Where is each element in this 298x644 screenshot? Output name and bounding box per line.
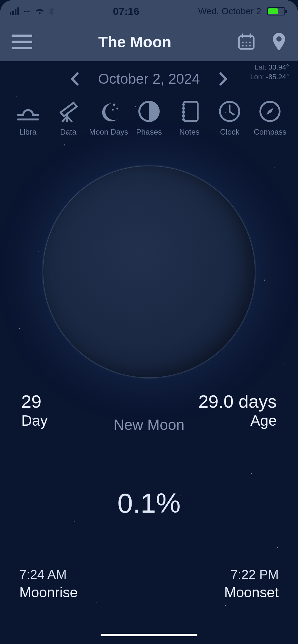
- bluetooth-icon: [49, 7, 54, 15]
- tab-data[interactable]: Data: [48, 100, 88, 137]
- moon-visual-container: [0, 166, 298, 378]
- section-tabs: Libra Data Moon Days Phases Notes Clock: [0, 97, 298, 137]
- svg-point-7: [276, 36, 282, 42]
- phase-icon: [138, 100, 160, 123]
- location-readout: Lat: 33.94° Lon: -85.24°: [250, 62, 289, 81]
- tab-label: Notes: [179, 128, 200, 137]
- moon-illumination: 0.1%: [0, 487, 298, 519]
- svg-point-2: [246, 42, 247, 43]
- menu-icon[interactable]: [12, 34, 32, 49]
- status-date: Wed, October 2: [198, 6, 261, 16]
- tab-moon-days[interactable]: Moon Days: [88, 100, 129, 137]
- moonset-time: 7:22 PM: [224, 567, 279, 582]
- tab-label: Phases: [136, 128, 162, 137]
- next-day-button[interactable]: [219, 72, 228, 86]
- page-title: The Moon: [98, 33, 172, 51]
- svg-point-3: [249, 42, 251, 43]
- svg-point-10: [112, 109, 114, 111]
- tab-label: Libra: [19, 128, 36, 137]
- status-right: Wed, October 2: [198, 6, 285, 16]
- status-time: 07:16: [113, 5, 139, 17]
- tab-libra[interactable]: Libra: [8, 100, 48, 137]
- lon-value: -85.24°: [266, 73, 289, 81]
- prev-day-button[interactable]: [70, 72, 79, 86]
- moon-phase-name: New Moon: [0, 416, 298, 433]
- tab-label: Moon Days: [89, 128, 128, 137]
- tab-compass[interactable]: Compass: [250, 100, 290, 137]
- moonrise-time: 7:24 AM: [19, 567, 78, 582]
- tab-phases[interactable]: Phases: [129, 100, 169, 137]
- moon-disc[interactable]: [43, 166, 255, 378]
- notebook-icon: [179, 100, 200, 123]
- status-bar: -- 07:16 Wed, October 2: [0, 0, 298, 23]
- location-pin-icon[interactable]: [272, 32, 286, 52]
- moonrise-label: Moonrise: [19, 584, 78, 601]
- svg-point-4: [242, 45, 244, 47]
- wifi-icon: [35, 8, 45, 15]
- telescope-icon: [57, 100, 80, 123]
- status-left: --: [10, 6, 54, 16]
- tab-label: Compass: [254, 128, 286, 137]
- moon-stars-icon: [97, 100, 121, 123]
- lat-label: Lat:: [254, 63, 266, 71]
- svg-point-6: [249, 45, 251, 47]
- home-indicator[interactable]: [101, 634, 197, 636]
- tab-notes[interactable]: Notes: [169, 100, 210, 137]
- svg-point-9: [116, 108, 118, 109]
- moon-age-value: 29.0 days: [198, 391, 277, 412]
- tab-label: Clock: [220, 128, 239, 137]
- moonset-label: Moonset: [224, 584, 279, 601]
- tab-label: Data: [60, 128, 76, 137]
- lat-value: 33.94°: [268, 63, 289, 71]
- svg-point-1: [242, 42, 244, 43]
- cellular-signal-icon: [10, 7, 19, 15]
- svg-point-5: [246, 45, 247, 47]
- battery-icon: [267, 7, 285, 15]
- moon-stats-row: 29 Day 29.0 days Age New Moon: [0, 378, 298, 429]
- svg-point-8: [113, 104, 115, 106]
- lon-label: Lon:: [250, 73, 264, 81]
- svg-rect-12: [184, 102, 198, 121]
- clock-icon: [218, 100, 241, 123]
- rise-set-row: 7:24 AM Moonrise 7:22 PM Moonset: [0, 519, 298, 601]
- moon-day-number: 29: [21, 391, 48, 412]
- calendar-icon[interactable]: [237, 33, 255, 51]
- current-date[interactable]: October 2, 2024: [98, 71, 200, 87]
- date-navigator: October 2, 2024 Lat: 33.94° Lon: -85.24°: [0, 61, 298, 97]
- libra-icon: [16, 100, 40, 123]
- tab-clock[interactable]: Clock: [210, 100, 250, 137]
- signal-extra: --: [24, 6, 30, 16]
- compass-icon: [259, 100, 281, 123]
- nav-bar: The Moon: [0, 23, 298, 61]
